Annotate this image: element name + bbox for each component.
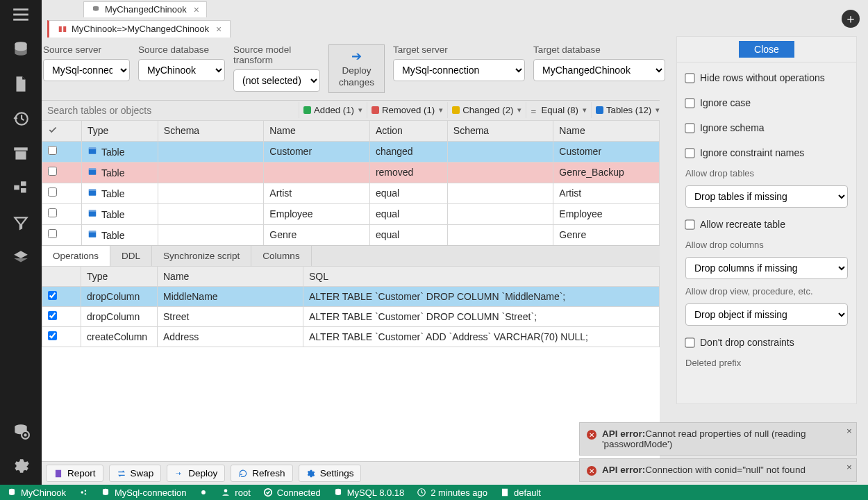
op-checkbox[interactable] (48, 331, 57, 340)
svg-point-30 (201, 490, 206, 494)
close-icon[interactable]: × (846, 462, 852, 472)
report-button[interactable]: Report (46, 465, 103, 482)
row-checkbox[interactable] (48, 167, 57, 176)
source-server-select[interactable]: MySql-connection (43, 59, 130, 81)
operation-row[interactable]: createColumnAddressALTER TABLE `Customer… (42, 326, 660, 347)
allow-recreate-checkbox[interactable]: Allow recreate table (677, 215, 856, 234)
tab-columns[interactable]: Columns (251, 246, 311, 266)
allow-drop-tables-select[interactable]: Drop tables if missing (685, 185, 848, 208)
op-col-name: Name (158, 266, 303, 286)
database-icon[interactable] (12, 40, 30, 58)
settings-button[interactable]: Settings (299, 465, 362, 482)
chevron-down-icon: ▾ (439, 106, 443, 115)
error-icon: ✕ (587, 466, 596, 476)
svg-rect-20 (89, 210, 97, 211)
history-icon[interactable] (12, 110, 30, 128)
allow-drop-cols-select[interactable]: Drop columns if missing (685, 257, 848, 279)
tab-operations[interactable]: Operations (42, 246, 110, 266)
changed-chip[interactable]: Changed (2)▾ (447, 102, 526, 118)
plugin-icon[interactable] (12, 179, 30, 197)
svg-rect-2 (13, 19, 28, 21)
close-icon[interactable]: × (846, 426, 852, 436)
col-name1: Name (264, 120, 370, 141)
allow-drop-cols-label: Allow drop columns (677, 240, 856, 250)
tables-chip[interactable]: Tables (12)▾ (591, 102, 664, 118)
svg-rect-6 (15, 151, 26, 160)
svg-rect-14 (89, 147, 97, 149)
row-checkbox[interactable] (48, 208, 57, 217)
search-input[interactable] (42, 101, 299, 120)
select-all-header[interactable] (42, 120, 82, 141)
op-checkbox[interactable] (48, 311, 57, 320)
tab-ddl[interactable]: DDL (110, 246, 152, 266)
source-server-label: Source server (43, 43, 130, 56)
status-time: 2 minutes ago (417, 488, 487, 498)
deleted-prefix-label: Deleted prefix (677, 358, 856, 368)
deploy-changes-button[interactable]: ➔ Deploy changes (328, 44, 385, 93)
chevron-down-icon: ▾ (583, 106, 587, 115)
svg-rect-0 (13, 8, 28, 10)
svg-rect-23 (56, 469, 61, 477)
tab-synchronize-script[interactable]: Synchronize script (152, 246, 251, 266)
close-button[interactable]: Close (739, 41, 794, 58)
status-app-icon[interactable] (78, 488, 88, 497)
added-chip[interactable]: Added (1)▾ (299, 102, 367, 118)
archive-icon[interactable] (12, 144, 30, 162)
document-tab-label: MyChinook=>MyChangedChinook (72, 24, 209, 34)
swap-button[interactable]: Swap (109, 465, 162, 482)
row-checkbox[interactable] (48, 188, 57, 197)
status-db[interactable]: MyChinook (7, 488, 66, 498)
add-button[interactable]: ＋ (842, 10, 860, 28)
svg-rect-18 (89, 189, 97, 190)
target-server-label: Target server (393, 43, 525, 56)
allow-drop-obj-label: Allow drop view, procedure, etc. (677, 286, 856, 297)
status-conn-icon[interactable] (199, 488, 208, 497)
row-checkbox[interactable] (48, 229, 57, 238)
ignore-constraints-checkbox[interactable]: Ignore constraint names (677, 143, 856, 162)
table-row[interactable]: Table GenreequalGenre (42, 224, 660, 245)
svg-rect-35 (502, 489, 508, 497)
allow-drop-obj-select[interactable]: Drop object if missing (685, 303, 848, 326)
monitor-icon[interactable] (12, 422, 30, 440)
filter-icon[interactable] (12, 214, 30, 232)
hide-rows-checkbox[interactable]: Hide rows without operations (677, 68, 856, 88)
deploy-button[interactable]: Deploy (167, 465, 225, 482)
row-checkbox[interactable] (48, 146, 57, 155)
status-connection[interactable]: MySql-connection (101, 488, 186, 498)
menu-icon[interactable] (12, 6, 30, 24)
target-db-label: Target database (533, 43, 665, 56)
status-dot-icon (596, 106, 603, 114)
layers-icon[interactable] (12, 249, 30, 267)
operation-row[interactable]: dropColumnMiddleNameALTER TABLE `Custome… (42, 286, 660, 306)
transform-select[interactable]: (not selected) (233, 69, 320, 92)
operation-row[interactable]: dropColumnStreetALTER TABLE `Customer` D… (42, 306, 660, 326)
table-row[interactable]: Table EmployeeequalEmployee (42, 203, 660, 224)
svg-rect-12 (63, 26, 66, 31)
target-server-select[interactable]: MySql-connection (393, 59, 525, 81)
equal-chip[interactable]: =Equal (8)▾ (526, 102, 591, 118)
table-row[interactable]: Table removedGenre_Backup (42, 162, 660, 183)
source-db-select[interactable]: MyChinook (138, 59, 225, 81)
top-tab[interactable]: MyChangedChinook × (83, 1, 207, 17)
ignore-schema-checkbox[interactable]: Ignore schema (677, 118, 856, 138)
file-icon[interactable] (12, 75, 30, 93)
table-icon (87, 229, 97, 239)
document-tab[interactable]: MyChinook=>MyChangedChinook × (47, 20, 231, 38)
close-icon[interactable]: × (216, 24, 222, 35)
chevron-down-icon: ▾ (517, 106, 521, 115)
op-checkbox[interactable] (48, 291, 57, 300)
dont-drop-constraints-checkbox[interactable]: Don't drop constraints (677, 333, 856, 352)
removed-chip[interactable]: Removed (1)▾ (367, 102, 447, 118)
col-schema1: Schema (158, 120, 264, 141)
table-icon (87, 167, 97, 176)
ignore-case-checkbox[interactable]: Ignore case (677, 93, 856, 112)
op-col-sql: SQL (303, 266, 660, 286)
svg-point-27 (85, 490, 86, 492)
close-icon[interactable]: × (194, 4, 199, 15)
col-action: Action (369, 120, 447, 141)
table-row[interactable]: Table ArtistequalArtist (42, 183, 660, 203)
settings-icon[interactable] (12, 457, 30, 475)
refresh-button[interactable]: Refresh (231, 465, 292, 482)
target-db-select[interactable]: MyChangedChinook (533, 59, 665, 81)
table-row[interactable]: Table CustomerchangedCustomer (42, 141, 660, 162)
